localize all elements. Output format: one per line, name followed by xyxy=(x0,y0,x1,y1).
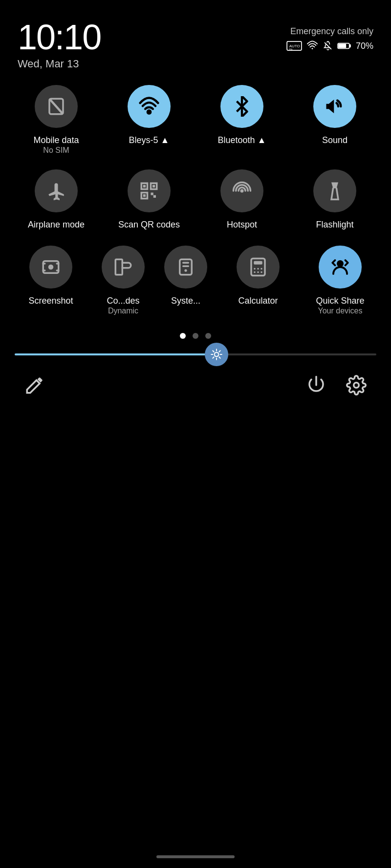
battery-icon xyxy=(337,41,352,50)
brightness-track[interactable] xyxy=(15,353,376,355)
svg-rect-14 xyxy=(152,185,155,187)
tile-sound[interactable]: Sound xyxy=(296,85,374,155)
svg-line-8 xyxy=(49,99,63,114)
svg-point-16 xyxy=(240,189,244,193)
color-modes-sublabel: Dynamic xyxy=(108,307,138,315)
battery-percent: 70% xyxy=(356,41,373,51)
tile-mobile-data[interactable]: Mobile data No SIM xyxy=(17,85,95,155)
bluetooth-icon xyxy=(220,85,263,128)
svg-rect-15 xyxy=(143,194,146,197)
flashlight-icon xyxy=(313,169,356,212)
qs-row-2: Airplane mode Scan QR codes xyxy=(10,169,381,230)
svg-point-31 xyxy=(261,271,262,273)
color-modes-icon xyxy=(102,246,145,289)
tile-flashlight[interactable]: Flashlight xyxy=(296,169,374,230)
hotspot-label: Hotspot xyxy=(227,219,257,230)
svg-point-18 xyxy=(48,265,54,270)
tile-wifi[interactable]: Bleys-5 ▲ xyxy=(110,85,188,155)
tile-color-modes[interactable]: Co...des Dynamic xyxy=(94,246,152,315)
sound-icon xyxy=(313,85,356,128)
status-bar: 10:10 Wed, Mar 13 Emergency calls only A… xyxy=(0,0,391,75)
wifi-icon xyxy=(128,85,171,128)
svg-rect-19 xyxy=(115,259,122,275)
time-block: 10:10 Wed, Mar 13 xyxy=(18,20,101,70)
svg-rect-5 xyxy=(338,44,346,48)
dot-3[interactable] xyxy=(205,333,211,339)
tile-airplane[interactable]: Airplane mode xyxy=(17,169,95,230)
notification-mute-icon xyxy=(323,41,333,51)
mobile-data-icon xyxy=(35,85,78,128)
svg-point-9 xyxy=(148,110,151,113)
color-modes-label: Co...des xyxy=(107,295,139,307)
mobile-data-sublabel: No SIM xyxy=(43,146,69,155)
quick-settings-panel: Mobile data No SIM Bleys-5 ▲ Bl xyxy=(0,75,391,315)
svg-point-27 xyxy=(257,268,259,270)
quick-share-sublabel: Your devices xyxy=(318,307,362,315)
svg-point-32 xyxy=(215,352,219,357)
scan-qr-label: Scan QR codes xyxy=(118,219,180,230)
svg-line-39 xyxy=(219,351,220,351)
svg-text:Hz: Hz xyxy=(289,48,293,51)
svg-line-37 xyxy=(213,351,214,351)
svg-point-3 xyxy=(312,48,313,49)
tile-system[interactable]: Syste... xyxy=(156,246,215,315)
tile-screenshot[interactable]: Screenshot xyxy=(12,246,90,315)
screenshot-icon xyxy=(29,246,72,289)
svg-rect-13 xyxy=(143,185,146,187)
tile-bluetooth[interactable]: Bluetooth ▲ xyxy=(203,85,281,155)
svg-point-41 xyxy=(354,383,359,388)
svg-line-40 xyxy=(213,357,214,358)
quick-share-label: Quick Share xyxy=(316,295,364,307)
edit-button[interactable] xyxy=(24,375,45,400)
pagination-dots xyxy=(0,333,391,339)
svg-rect-25 xyxy=(254,261,262,265)
system-label: Syste... xyxy=(171,295,200,307)
clock: 10:10 xyxy=(18,20,101,55)
emergency-text: Emergency calls only xyxy=(290,26,373,37)
screenshot-label: Screenshot xyxy=(28,295,73,307)
svg-point-29 xyxy=(254,271,256,273)
qr-icon xyxy=(128,169,171,212)
svg-line-38 xyxy=(219,357,220,358)
airplane-icon xyxy=(35,169,78,212)
mobile-data-label: Mobile data xyxy=(33,135,79,146)
date: Wed, Mar 13 xyxy=(18,58,101,70)
svg-point-30 xyxy=(257,271,259,273)
brightness-fill xyxy=(15,353,214,355)
auto-hd-icon: AUTO Hz xyxy=(286,41,302,51)
qs-row-3: Screenshot Co...des Dynamic xyxy=(10,246,381,315)
dot-2[interactable] xyxy=(193,333,198,339)
wifi-label: Bleys-5 ▲ xyxy=(129,135,170,146)
wifi-status-icon xyxy=(306,41,319,51)
home-indicator[interactable] xyxy=(156,855,235,858)
qs-row-1: Mobile data No SIM Bleys-5 ▲ Bl xyxy=(10,85,381,155)
bluetooth-label: Bluetooth ▲ xyxy=(218,135,266,146)
airplane-label: Airplane mode xyxy=(28,219,85,230)
svg-point-26 xyxy=(254,268,256,270)
calculator-icon xyxy=(237,246,280,289)
bottom-toolbar xyxy=(0,375,391,400)
sound-label: Sound xyxy=(322,135,348,146)
system-icon xyxy=(164,246,207,289)
hotspot-icon xyxy=(220,169,263,212)
tile-scan-qr[interactable]: Scan QR codes xyxy=(110,169,188,230)
tile-hotspot[interactable]: Hotspot xyxy=(203,169,281,230)
tile-quick-share[interactable]: Quick Share Your devices xyxy=(301,246,379,315)
brightness-thumb[interactable] xyxy=(205,343,228,366)
settings-button[interactable] xyxy=(346,375,367,400)
status-right: Emergency calls only AUTO Hz xyxy=(286,20,373,51)
svg-point-23 xyxy=(184,269,187,271)
status-icons: AUTO Hz 70% xyxy=(286,41,373,51)
svg-rect-6 xyxy=(349,44,351,47)
tile-calculator[interactable]: Calculator xyxy=(219,246,297,315)
calculator-label: Calculator xyxy=(238,295,278,307)
brightness-row xyxy=(0,353,391,355)
quick-share-icon xyxy=(319,246,362,289)
flashlight-label: Flashlight xyxy=(316,219,353,230)
power-button[interactable] xyxy=(306,375,326,400)
svg-point-28 xyxy=(261,268,262,270)
dot-1[interactable] xyxy=(180,333,186,339)
